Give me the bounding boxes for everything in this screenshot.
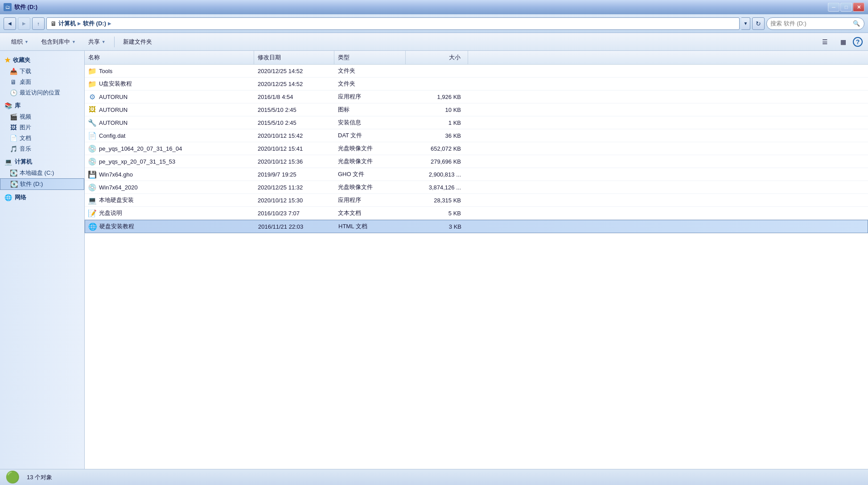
file-name: Config.dat <box>99 132 125 139</box>
file-area: 名称 修改日期 类型 大小 📁 Tools 2020/12/25 14:52 文… <box>85 51 868 469</box>
sidebar-network-header[interactable]: 🌐 网络 <box>0 192 84 203</box>
file-name: U盘安装教程 <box>99 80 132 88</box>
file-icon: 🖼 <box>88 106 96 114</box>
col-header-date[interactable]: 修改日期 <box>254 51 334 64</box>
favorites-label: 收藏夹 <box>13 56 30 64</box>
video-label: 视频 <box>20 113 31 121</box>
sidebar-favorites-header[interactable]: ★ 收藏夹 <box>0 54 84 66</box>
address-path[interactable]: 🖥 计算机 ▶ 软件 (D:) ▶ <box>46 17 740 30</box>
file-date-cell: 2020/12/25 14:52 <box>254 66 334 77</box>
file-icon: 💿 <box>88 157 96 165</box>
file-size-cell: 1,926 KB <box>406 91 468 103</box>
forward-button[interactable]: ▶ <box>18 17 30 30</box>
maximize-button[interactable]: □ <box>840 3 852 12</box>
file-name: 本地硬盘安装 <box>99 196 134 204</box>
sidebar-library-header[interactable]: 📚 库 <box>0 100 84 111</box>
organize-button[interactable]: 组织 ▼ <box>5 35 34 49</box>
file-date-cell: 2015/5/10 2:45 <box>254 117 334 128</box>
file-size-cell <box>406 82 468 86</box>
file-icon: 💾 <box>88 170 96 178</box>
file-row[interactable]: 📁 Tools 2020/12/25 14:52 文件夹 <box>85 65 868 78</box>
music-icon: 🎵 <box>10 145 17 152</box>
file-row[interactable]: 💿 pe_yqs_xp_20_07_31_15_53 2020/10/12 15… <box>85 155 868 168</box>
include-arrow: ▼ <box>72 40 76 44</box>
new-folder-button[interactable]: 新建文件夹 <box>117 35 158 49</box>
help-button[interactable]: ? <box>853 37 863 47</box>
sidebar-item-desktop[interactable]: 🖥 桌面 <box>0 77 84 87</box>
sidebar-item-disk-d[interactable]: 💽 软件 (D:) <box>0 178 84 190</box>
path-arrow-1: ▶ <box>78 21 81 26</box>
sidebar: ★ 收藏夹 📥 下载 🖥 桌面 🕒 最近访问的位置 📚 库 <box>0 51 85 469</box>
file-row[interactable]: 🖼 AUTORUN 2015/5/10 2:45 图标 10 KB <box>85 103 868 116</box>
file-type-cell: 文件夹 <box>334 65 406 77</box>
file-name-cell: 💿 pe_yqs_xp_20_07_31_15_53 <box>85 155 254 168</box>
file-type-cell: 光盘映像文件 <box>334 181 406 193</box>
disk-d-label: 软件 (D:) <box>20 180 43 188</box>
sidebar-item-disk-c[interactable]: 💽 本地磁盘 (C:) <box>0 168 84 178</box>
file-name: AUTORUN <box>99 94 128 100</box>
file-name-cell: 📄 Config.dat <box>85 129 254 142</box>
computer-icon: 💻 <box>4 158 12 165</box>
file-row[interactable]: 📄 Config.dat 2020/10/12 15:42 DAT 文件 36 … <box>85 129 868 142</box>
sidebar-item-video[interactable]: 🎬 视频 <box>0 111 84 122</box>
file-name-cell: 💿 Win7x64_2020 <box>85 181 254 193</box>
path-arrow-2: ▶ <box>108 21 111 26</box>
file-date-cell: 2020/10/12 15:41 <box>254 143 334 154</box>
file-row[interactable]: 📁 U盘安装教程 2020/12/25 14:52 文件夹 <box>85 78 868 90</box>
file-date-cell: 2019/9/7 19:25 <box>254 169 334 180</box>
statusbar: 🟢 13 个对象 <box>0 469 868 485</box>
close-button[interactable]: ✕ <box>853 3 864 12</box>
sidebar-item-document[interactable]: 📄 文档 <box>0 133 84 144</box>
include-button[interactable]: 包含到库中 ▼ <box>35 35 82 49</box>
file-icon: 💻 <box>88 196 96 204</box>
file-row[interactable]: 🔧 AUTORUN 2015/5/10 2:45 安装信息 1 KB <box>85 116 868 129</box>
col-header-type[interactable]: 类型 <box>334 51 406 64</box>
window-icon: 🗂 <box>4 3 12 11</box>
col-header-size[interactable]: 大小 <box>406 51 468 64</box>
address-dropdown[interactable]: ▼ <box>741 17 750 30</box>
include-label: 包含到库中 <box>41 38 70 46</box>
file-type-cell: 文件夹 <box>334 78 406 90</box>
music-label: 音乐 <box>20 145 31 153</box>
file-row[interactable]: 💿 Win7x64_2020 2020/12/25 11:32 光盘映像文件 3… <box>85 181 868 194</box>
file-size-cell: 652,072 KB <box>406 143 468 154</box>
sidebar-item-picture[interactable]: 🖼 图片 <box>0 122 84 133</box>
view-list-button[interactable]: ▦ <box>835 35 852 49</box>
library-icon: 📚 <box>4 102 12 109</box>
file-type-cell: 光盘映像文件 <box>334 142 406 155</box>
refresh-button[interactable]: ↻ <box>752 17 765 30</box>
sidebar-item-recent[interactable]: 🕒 最近访问的位置 <box>0 87 84 98</box>
file-row[interactable]: ⚙ AUTORUN 2016/1/8 4:54 应用程序 1,926 KB <box>85 90 868 103</box>
file-name-cell: 🔧 AUTORUN <box>85 116 254 129</box>
file-rows: 📁 Tools 2020/12/25 14:52 文件夹 📁 U盘安装教程 20… <box>85 65 868 233</box>
file-name: Win7x64.gho <box>99 171 133 178</box>
up-button[interactable]: ↑ <box>32 17 45 30</box>
search-input[interactable] <box>770 20 851 27</box>
document-icon: 📄 <box>10 135 17 142</box>
file-row[interactable]: 💾 Win7x64.gho 2019/9/7 19:25 GHO 文件 2,90… <box>85 168 868 181</box>
file-date-cell: 2020/10/12 15:36 <box>254 156 334 167</box>
view-toggle-button[interactable]: ☰ <box>816 35 834 49</box>
sidebar-computer-header[interactable]: 💻 计算机 <box>0 156 84 168</box>
organize-arrow: ▼ <box>25 40 29 44</box>
titlebar-title: 软件 (D:) <box>14 3 37 11</box>
search-icon[interactable]: 🔍 <box>852 20 860 28</box>
share-button[interactable]: 共享 ▼ <box>82 35 111 49</box>
minimize-button[interactable]: ─ <box>828 3 839 12</box>
col-header-name[interactable]: 名称 <box>85 51 254 64</box>
file-name: AUTORUN <box>99 107 128 113</box>
file-type-cell: 应用程序 <box>334 194 406 206</box>
recent-label: 最近访问的位置 <box>20 89 60 97</box>
sidebar-item-music[interactable]: 🎵 音乐 <box>0 144 84 154</box>
file-row[interactable]: 📝 光盘说明 2016/10/23 7:07 文本文档 5 KB <box>85 207 868 220</box>
file-icon: 🔧 <box>88 119 96 127</box>
share-label: 共享 <box>88 38 100 46</box>
sidebar-item-downloads[interactable]: 📥 下载 <box>0 66 84 77</box>
file-row[interactable]: 💻 本地硬盘安装 2020/10/12 15:30 应用程序 28,315 KB <box>85 194 868 207</box>
file-row[interactable]: 💿 pe_yqs_1064_20_07_31_16_04 2020/10/12 … <box>85 142 868 155</box>
file-type-cell: GHO 文件 <box>334 168 406 181</box>
file-row[interactable]: 🌐 硬盘安装教程 2016/11/21 22:03 HTML 文档 3 KB <box>85 220 868 233</box>
file-name-cell: 💻 本地硬盘安装 <box>85 194 254 206</box>
path-computer: 计算机 <box>58 20 76 28</box>
back-button[interactable]: ◀ <box>4 17 16 30</box>
